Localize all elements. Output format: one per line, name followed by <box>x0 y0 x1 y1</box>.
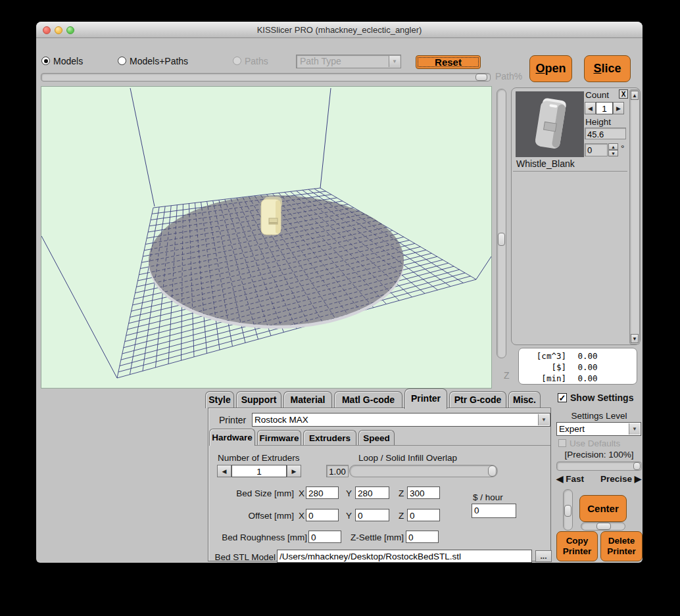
stat-time-value: 0.00 <box>571 373 598 384</box>
overlap-label: Loop / Solid Infill Overlap <box>358 453 457 463</box>
copy-printer-button-label: Copy Printer <box>558 536 596 557</box>
tab-style[interactable]: Style <box>205 391 234 408</box>
slice-button[interactable]: Slice <box>584 55 631 82</box>
check-icon: ✓ <box>559 393 566 403</box>
tab-matl-gcode[interactable]: Matl G-code <box>334 391 402 408</box>
bed-size-z-label: Z <box>399 488 404 498</box>
offset-y-input[interactable]: 0 <box>355 509 389 521</box>
offset-z-label: Z <box>399 511 404 521</box>
offset-label: Offset [mm] <box>210 511 294 521</box>
printer-panel: Printer Rostock MAX ▼ Hardware Firmware … <box>208 408 551 561</box>
printer-select-dropdown[interactable]: Rostock MAX ▼ <box>252 413 550 427</box>
horizontal-slider-handle[interactable] <box>596 523 611 530</box>
viewport-3d[interactable] <box>41 86 492 389</box>
vertical-slider-handle[interactable] <box>564 505 571 517</box>
bed-stl-path-input[interactable]: /Users/mhackney/Desktop/RostockBedSTL.st… <box>277 550 532 563</box>
path-percent-slider[interactable] <box>41 73 491 82</box>
ellipsis-icon: ... <box>540 552 546 561</box>
model-scale-vertical-slider[interactable] <box>563 489 573 531</box>
count-increment-button[interactable]: ▶ <box>613 102 624 114</box>
arrow-right-icon: ▶ <box>616 105 621 112</box>
path-percent-slider-handle[interactable] <box>475 74 487 81</box>
offset-x-label: X <box>299 511 304 521</box>
bed-stl-browse-button[interactable]: ... <box>535 550 552 562</box>
precision-label: [Precision: 100%] <box>556 450 642 460</box>
extruders-decrement-button[interactable]: ◀ <box>217 465 231 477</box>
model-3d-object[interactable] <box>261 197 282 235</box>
precise-label: Precise ▶ <box>600 473 641 484</box>
settings-level-value: Expert <box>559 424 585 434</box>
settings-level-label: Settings Level <box>556 411 642 421</box>
app-window: KISSlicer PRO (mhackney_eclectic_angler)… <box>36 22 643 563</box>
fast-label: ◀ Fast <box>556 473 584 484</box>
arrow-up-icon: ▲ <box>611 145 616 149</box>
height-label: Height <box>585 117 611 127</box>
delete-printer-button-label: Delete Printer <box>602 536 641 557</box>
model-move-horizontal-slider[interactable] <box>581 522 625 531</box>
reset-button[interactable]: Reset <box>416 55 481 69</box>
dollar-per-hour-input[interactable]: 0 <box>472 504 516 518</box>
bed-size-label: Bed Size [mm] <box>210 488 294 498</box>
title-bar[interactable]: KISSlicer PRO (mhackney_eclectic_angler) <box>36 22 643 38</box>
offset-z-input[interactable]: 0 <box>407 509 440 521</box>
subtab-firmware[interactable]: Firmware <box>257 430 301 446</box>
scrollbar-up-button[interactable]: ▲ <box>631 91 639 100</box>
subtab-extruders[interactable]: Extruders <box>303 430 356 446</box>
screen-background: KISSlicer PRO (mhackney_eclectic_angler)… <box>0 0 680 616</box>
open-button[interactable]: Open <box>529 55 572 82</box>
extruders-increment-button[interactable]: ▶ <box>287 465 301 477</box>
settings-level-dropdown[interactable]: Expert ▼ <box>556 422 641 436</box>
stat-time-label: [min] <box>527 373 566 384</box>
tab-ptr-gcode[interactable]: Ptr G-code <box>449 391 506 408</box>
printer-select-value: Rostock MAX <box>255 415 308 425</box>
offset-x-input[interactable]: 0 <box>306 509 339 521</box>
arrow-down-icon: ▼ <box>632 336 637 342</box>
z-axis-label: Z <box>504 370 510 381</box>
path-type-value: Path Type <box>300 56 341 66</box>
delete-printer-button[interactable]: Delete Printer <box>600 531 643 561</box>
tab-material[interactable]: Material <box>283 391 332 408</box>
tab-printer[interactable]: Printer <box>404 389 447 409</box>
printer-select-label: Printer <box>219 415 246 425</box>
scrollbar-down-button[interactable]: ▼ <box>631 334 639 343</box>
bed-roughness-input[interactable]: 0 <box>308 531 341 543</box>
model-thumbnail[interactable] <box>516 91 584 157</box>
bed-size-y-label: Y <box>346 488 352 498</box>
count-input[interactable]: 1 <box>596 102 613 114</box>
tab-misc[interactable]: Misc. <box>508 391 541 408</box>
bed-size-z-input[interactable]: 300 <box>407 486 440 499</box>
rotation-down-button[interactable]: ▼ <box>608 150 618 156</box>
bed-size-x-input[interactable]: 280 <box>306 486 339 499</box>
num-extruders-input[interactable]: 1 <box>231 465 287 477</box>
chevron-down-icon: ▼ <box>538 414 549 425</box>
count-decrement-button[interactable]: ◀ <box>585 102 596 114</box>
copy-printer-button[interactable]: Copy Printer <box>556 531 598 561</box>
viewport-zoom-slider-handle[interactable] <box>498 233 505 246</box>
offset-y-label: Y <box>346 511 352 521</box>
subtab-hardware[interactable]: Hardware <box>209 429 255 446</box>
subtab-speed[interactable]: Speed <box>358 430 395 446</box>
precision-slider[interactable] <box>556 462 642 471</box>
paths-radio <box>233 57 241 65</box>
center-button[interactable]: Center <box>579 495 627 522</box>
precision-slider-handle[interactable] <box>633 462 641 470</box>
height-value: 45.6 <box>585 128 626 139</box>
overlap-slider[interactable] <box>349 465 498 477</box>
close-icon: X <box>621 91 626 98</box>
model-list-scrollbar[interactable]: ▲ ▼ <box>629 89 640 344</box>
models-radio[interactable] <box>41 57 50 65</box>
show-settings-checkbox[interactable]: ✓ <box>558 393 567 402</box>
rotation-input[interactable]: 0 <box>585 143 608 156</box>
models-radio-label: Models <box>53 56 83 66</box>
viewport-zoom-slider[interactable] <box>497 89 506 358</box>
rotation-up-button[interactable]: ▲ <box>608 143 618 150</box>
remove-model-button[interactable]: X <box>619 89 628 99</box>
stat-cost-label: [$] <box>527 362 566 373</box>
bed-size-y-input[interactable]: 280 <box>355 486 389 499</box>
models-paths-radio[interactable] <box>118 57 126 65</box>
center-button-label: Center <box>587 503 619 514</box>
tab-support[interactable]: Support <box>236 391 281 408</box>
overlap-slider-handle[interactable] <box>488 465 497 477</box>
dollar-per-hour-label: $ / hour <box>473 492 503 502</box>
z-settle-input[interactable]: 0 <box>406 531 439 543</box>
